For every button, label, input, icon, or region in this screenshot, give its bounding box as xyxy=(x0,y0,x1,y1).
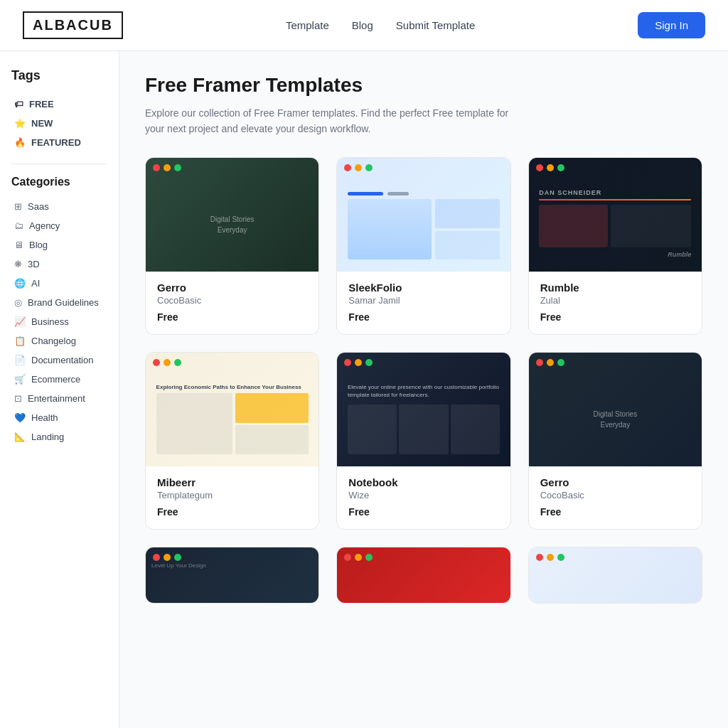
browser-chrome-2 xyxy=(337,158,510,178)
logo[interactable]: ALBACUB xyxy=(23,11,123,39)
card-price-6: Free xyxy=(540,506,690,518)
rumble-name-text: DAN SCHNEIDER xyxy=(539,189,691,196)
card-notebook[interactable]: Elevate your online presence with our cu… xyxy=(336,352,510,530)
cat-blog[interactable]: 🖥 Blog xyxy=(11,235,107,255)
preview-sub: Digital Stories xyxy=(210,215,255,223)
dot-red xyxy=(153,164,160,171)
cat-blog-label: Blog xyxy=(29,240,48,250)
dot-green-3 xyxy=(557,164,564,171)
cat-saas-label: Saas xyxy=(28,201,49,212)
dot-green-2 xyxy=(365,164,373,171)
nav-submit-template[interactable]: Submit Template xyxy=(396,19,475,31)
card-info: Gerro CocoBasic Free xyxy=(146,272,318,334)
cat-ecommerce-label: Ecommerce xyxy=(31,374,80,385)
notebook-blocks xyxy=(348,405,500,454)
sleek-side-1 xyxy=(435,199,500,228)
card-name-3: Rumble xyxy=(540,282,690,294)
card-info-5: Notebook Wize Free xyxy=(337,466,510,529)
dot-yellow-5 xyxy=(355,359,362,366)
card-name: Gerro xyxy=(157,282,307,294)
sleek-side xyxy=(435,199,500,259)
partial-dot-r2 xyxy=(344,554,351,561)
dot-green-4 xyxy=(174,359,181,366)
dot-yellow-2 xyxy=(355,164,362,171)
nb-3 xyxy=(451,405,500,454)
cat-health[interactable]: 💙 Health xyxy=(11,408,107,427)
cat-health-icon: 💙 xyxy=(14,412,26,423)
rumble-brand: Rumble xyxy=(668,251,691,258)
partial-card-1[interactable]: Level Up Your Design xyxy=(145,547,319,604)
cat-changelog[interactable]: 📋 Changelog xyxy=(11,331,107,350)
nav-blog[interactable]: Blog xyxy=(352,19,373,31)
cat-changelog-label: Changelog xyxy=(31,336,76,346)
cat-entertainment-icon: ⊡ xyxy=(14,393,22,404)
cat-ai[interactable]: 🌐 AI xyxy=(11,274,107,293)
browser-chrome xyxy=(146,158,318,178)
tag-featured[interactable]: 🔥 FEATURED xyxy=(11,133,107,152)
sidebar-divider xyxy=(11,164,107,164)
cat-documentation-label: Documentation xyxy=(31,355,93,365)
mibeerr-left xyxy=(156,393,232,454)
sign-in-button[interactable]: Sign In xyxy=(638,12,705,38)
partial-card-2[interactable] xyxy=(336,547,510,604)
cat-brand-icon: ◎ xyxy=(14,297,22,308)
card-sleekfolio[interactable]: SleekFolio Samar Jamil Free xyxy=(336,157,510,335)
categories-title: Categories xyxy=(11,176,107,188)
cat-business[interactable]: 📈 Business xyxy=(11,312,107,331)
dot-red-2 xyxy=(344,164,351,171)
dot-yellow-3 xyxy=(547,164,554,171)
partial-chrome-3 xyxy=(529,547,702,567)
card-rumble[interactable]: DAN SCHNEIDER Rumble Rumble Zulal F xyxy=(528,157,702,335)
card-gerro-2[interactable]: Digital Stories Everyday Gerro CocoBasic… xyxy=(528,352,702,530)
tags-title: Tags xyxy=(11,68,107,83)
tag-new[interactable]: ⭐ NEW xyxy=(11,114,107,133)
sidebar: Tags 🏷 FREE ⭐ NEW 🔥 FEATURED Categories … xyxy=(0,51,119,728)
partial-preview-3 xyxy=(529,547,702,604)
cat-agency[interactable]: 🗂 Agency xyxy=(11,216,107,235)
card-info-3: Rumble Zulal Free xyxy=(529,272,702,334)
browser-chrome-3 xyxy=(529,158,702,178)
rumble-col-2 xyxy=(611,205,692,247)
nav: Template Blog Submit Template xyxy=(286,19,475,31)
cat-saas[interactable]: ⊞ Saas xyxy=(11,197,107,216)
sleek-side-2 xyxy=(435,231,500,260)
dot-red-6 xyxy=(536,359,543,366)
browser-chrome-6 xyxy=(529,353,702,373)
mibeerr-title: Exploring Economic Paths to Enhance Your… xyxy=(156,384,309,390)
card-price-4: Free xyxy=(157,506,307,518)
partial-card-3[interactable] xyxy=(528,547,702,604)
preview-overlay: Digital Stories Everyday xyxy=(210,215,255,234)
cat-saas-icon: ⊞ xyxy=(14,201,22,212)
dot-green-5 xyxy=(365,359,373,366)
mibeerr-body xyxy=(156,393,309,454)
tag-free-label: FREE xyxy=(29,99,54,109)
tag-free[interactable]: 🏷 FREE xyxy=(11,95,107,114)
card-author-5: Wize xyxy=(348,490,498,500)
gerro2-overlay: Digital Stories Everyday xyxy=(593,410,637,429)
nav-template[interactable]: Template xyxy=(286,19,329,31)
gerro2-sub: Digital Stories xyxy=(593,410,637,418)
card-mibeerr[interactable]: Exploring Economic Paths to Enhance Your… xyxy=(145,352,319,530)
card-price-5: Free xyxy=(348,506,498,518)
cat-health-label: Health xyxy=(31,412,58,423)
header: ALBACUB Template Blog Submit Template Si… xyxy=(0,0,728,51)
card-preview-gerro-2: Digital Stories Everyday xyxy=(529,353,702,466)
nb-2 xyxy=(399,405,448,454)
card-author-4: Templategum xyxy=(157,490,307,500)
cat-ai-label: AI xyxy=(31,278,40,289)
cat-entertainment[interactable]: ⊡ Entertainment xyxy=(11,389,107,408)
cat-3d[interactable]: ❋ 3D xyxy=(11,255,107,274)
card-gerro-1[interactable]: Digital Stories Everyday Gerro CocoBasic… xyxy=(145,157,319,335)
card-price-3: Free xyxy=(540,311,690,323)
mibeerr-mockup: Exploring Economic Paths to Enhance Your… xyxy=(156,384,309,454)
cat-ecommerce[interactable]: 🛒 Ecommerce xyxy=(11,370,107,389)
partial-chrome-1 xyxy=(146,547,318,567)
rumble-columns xyxy=(539,205,691,247)
browser-chrome-4 xyxy=(146,353,318,373)
cat-landing[interactable]: 📐 Landing xyxy=(11,427,107,446)
cat-documentation[interactable]: 📄 Documentation xyxy=(11,350,107,370)
card-info-4: Mibeerr Templategum Free xyxy=(146,466,318,529)
cat-3d-icon: ❋ xyxy=(14,259,22,269)
page-description: Explore our collection of Free Framer te… xyxy=(145,105,515,137)
cat-brand-guidelines[interactable]: ◎ Brand Guidelines xyxy=(11,293,107,312)
